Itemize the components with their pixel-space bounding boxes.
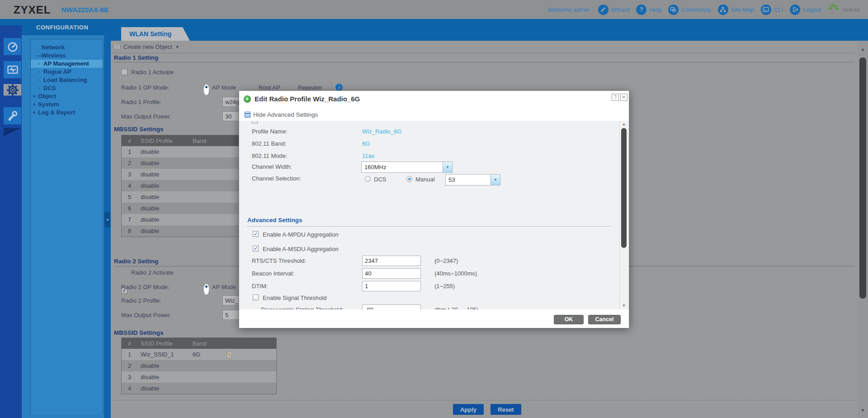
advanced-settings-rule — [246, 226, 611, 227]
help-icon: ? — [636, 5, 646, 15]
sidebar-item[interactable]: Network — [31, 43, 103, 52]
cancel-button[interactable]: Cancel — [588, 315, 621, 324]
edit-icon: + — [244, 95, 251, 103]
mbssid-row[interactable]: 2 disable ✎ — [122, 360, 276, 371]
ok-button[interactable]: OK — [554, 315, 584, 324]
logout-link[interactable]: Logout — [790, 5, 821, 15]
radio1-apmode-radio[interactable] — [203, 84, 209, 95]
rts-label: RTS/CTS Threshold: — [252, 257, 306, 264]
clipped-scrolled-row — [252, 121, 342, 124]
beacon-input[interactable] — [362, 268, 421, 279]
profile-name-value: Wiz_Radio_6G — [362, 128, 401, 135]
apply-button[interactable]: Apply — [453, 404, 484, 415]
scroll-up-icon[interactable]: ▲ — [858, 47, 868, 52]
radio2-mbssid-table: # SSID Profile Band 1 Wiz_SSID_1 6G ✎ 2 … — [121, 337, 277, 394]
nebula-link[interactable]: nebula — [828, 3, 860, 16]
channel-select[interactable]: 53 ▼ — [445, 174, 500, 185]
dcs-label: DCS — [374, 176, 386, 183]
topbar-links: Welcome admin Wizard ? Help Community — [547, 0, 860, 19]
nebula-icon — [828, 3, 840, 16]
sidebar-item[interactable]: Rogue AP — [31, 68, 103, 76]
signal-threshold-label: Enable Signal Threshold — [263, 294, 326, 301]
create-new-object-button[interactable]: Create new Object ▼ — [114, 43, 179, 50]
nav-tree: Network —Wireless AP Management Rogue AP… — [30, 39, 103, 414]
dialog-body: Profile Name: Wiz_Radio_6G 802.11 Band: … — [239, 121, 629, 309]
beacon-label: Beacon Interval: — [252, 270, 294, 277]
sidebar-item[interactable]: —Wireless — [31, 52, 103, 60]
advanced-settings-title: Advanced Settings — [247, 217, 302, 223]
module-icon-strip — [0, 25, 22, 418]
beacon-hint: (40ms~1000ms) — [434, 270, 477, 277]
channel-selection-label: Channel Selection: — [252, 175, 301, 182]
sitemap-link[interactable]: Site Map — [718, 5, 754, 15]
disassociate-hint: dbm (-20 ~ -105) — [434, 306, 478, 309]
scroll-down-icon[interactable]: ▼ — [858, 408, 868, 413]
mbssid-row[interactable]: 3 disable ✎ — [122, 371, 276, 383]
sidebar-item[interactable]: +Log & Report — [31, 109, 103, 117]
amsdu-checkbox[interactable] — [253, 246, 259, 252]
channel-width-select[interactable]: 160MHz ▼ — [361, 162, 453, 173]
dashboard-tab[interactable] — [4, 38, 21, 55]
mbssid-row[interactable]: 4 disable ✎ — [122, 383, 276, 394]
table-header: # SSID Profile Band — [122, 338, 276, 349]
wrench-icon — [7, 110, 19, 122]
info-icon[interactable]: i — [335, 84, 343, 91]
sidebar-item[interactable]: Load Balancing — [31, 76, 103, 84]
sidebar-item[interactable]: DCS — [31, 84, 103, 92]
radio1-power-label: Max Output Power: — [121, 113, 171, 120]
community-link[interactable]: Community — [668, 5, 711, 15]
configuration-tab[interactable] — [4, 84, 21, 95]
disassociate-input[interactable] — [362, 304, 421, 309]
mode-value: 11ax — [362, 152, 374, 159]
page-scrollbar-thumb[interactable] — [859, 57, 866, 299]
dtim-hint: (1~255) — [434, 283, 455, 290]
cli-link[interactable]: CLI — [761, 5, 783, 15]
hide-advanced-settings-toggle[interactable]: Hide Advanced Settings — [239, 108, 629, 121]
radio1-opmode-label: Radio 1 OP Mode: — [121, 84, 170, 91]
radio1-activate-label: Radio 1 Activate — [131, 69, 174, 76]
dcs-radio[interactable] — [365, 176, 371, 182]
nav-sidebar: Network —Wireless AP Management Rogue AP… — [22, 35, 104, 418]
dtim-input[interactable] — [362, 281, 421, 291]
page-scrollbar[interactable]: ▲ ▼ — [858, 41, 868, 418]
footer-separator — [114, 400, 854, 400]
wizard-link[interactable]: Wizard — [598, 5, 629, 15]
dialog-scrollbar-thumb[interactable] — [621, 128, 627, 248]
monitor-tab[interactable] — [4, 61, 21, 78]
radio2-power-label: Max Output Power: — [121, 312, 171, 318]
radio1-activate-checkbox[interactable] — [121, 69, 127, 75]
manual-radio[interactable] — [406, 176, 412, 182]
ampdu-label: Enable A-MPDU Aggregation — [263, 231, 339, 238]
ampdu-checkbox[interactable] — [253, 231, 259, 237]
dialog-close-button[interactable]: ✕ — [620, 94, 627, 101]
dialog-help-button[interactable]: ? — [612, 94, 619, 101]
sidebar-item[interactable]: +Object — [31, 92, 103, 100]
scroll-down-icon[interactable]: ▼ — [620, 304, 628, 308]
band-value: 6G — [362, 140, 370, 147]
rts-input[interactable] — [362, 256, 421, 266]
dashboard-icon — [7, 41, 19, 52]
sidebar-item[interactable]: +System — [31, 100, 103, 109]
tab-wlan-setting[interactable]: WLAN Setting — [121, 27, 190, 41]
edit-profile-icon[interactable]: ✎ — [226, 351, 232, 358]
help-link[interactable]: ? Help — [636, 5, 661, 15]
signal-threshold-checkbox[interactable] — [253, 294, 259, 300]
radio1-section-title: Radio 1 Setting — [114, 54, 158, 61]
dialog-scrollbar[interactable]: ▲ ▼ — [619, 121, 628, 309]
settings-gear-icon — [6, 83, 19, 97]
radio2-section-title: Radio 2 Setting — [114, 258, 158, 265]
scroll-up-icon[interactable]: ▲ — [620, 122, 628, 126]
configuration-header: CONFIGURATION — [22, 19, 104, 35]
reset-button[interactable]: Reset — [491, 404, 521, 415]
dialog-header: + Edit Radio Profile Wiz_Radio_6G ? ✕ — [239, 91, 629, 108]
welcome-text: Welcome admin — [547, 6, 590, 13]
sidebar-collapse-handle[interactable]: ◂ — [104, 212, 110, 227]
zyxel-logo: ZYXEL — [14, 4, 51, 16]
maintenance-tab[interactable] — [4, 107, 21, 124]
chevron-down-icon: ▼ — [175, 45, 179, 49]
sidebar-item[interactable]: AP Management — [31, 60, 103, 68]
mbssid-row[interactable]: 1 Wiz_SSID_1 6G ✎ — [122, 349, 276, 360]
radio2-apmode-radio[interactable] — [203, 284, 209, 295]
profile-name-label: Profile Name: — [252, 128, 288, 135]
band-label: 802.11 Band: — [252, 140, 286, 147]
